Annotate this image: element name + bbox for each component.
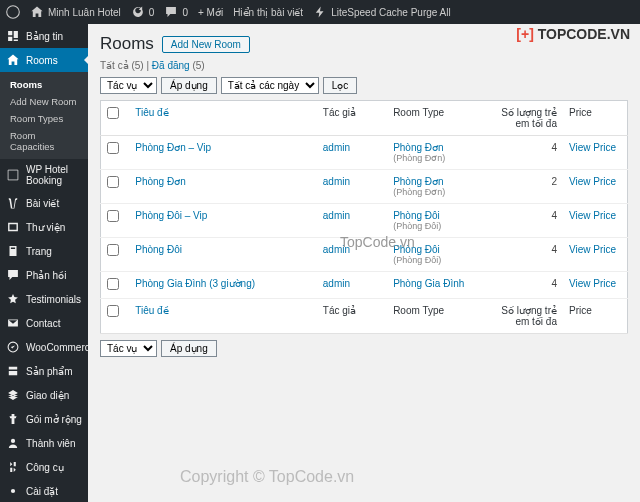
col-author: Tác giả (317, 101, 387, 136)
room-type-link[interactable]: Phòng Gia Đình (393, 278, 464, 289)
room-type-link[interactable]: Phòng Đơn (393, 142, 443, 153)
site-link[interactable]: Minh Luân Hotel (30, 5, 121, 19)
menu-icon (6, 292, 20, 306)
menu-icon (6, 220, 20, 234)
sidebar-item-2[interactable]: Thư viện (0, 215, 88, 239)
max-children: 4 (481, 204, 563, 238)
rooms-table: Tiêu đề Tác giả Room Type Số lượng trẻ e… (100, 100, 628, 334)
room-title-link[interactable]: Phòng Đơn – Vip (135, 142, 211, 153)
sidebar-item-11[interactable]: Thành viên (0, 431, 88, 455)
sidebar-item-rooms[interactable]: Rooms (0, 48, 88, 72)
bulk-action-select[interactable]: Tác vụ (100, 77, 157, 94)
submenu-rooms[interactable]: Rooms (0, 76, 88, 93)
watermark-mid: TopCode.vn (340, 234, 415, 250)
view-price-link[interactable]: View Price (569, 176, 616, 187)
max-children: 4 (481, 136, 563, 170)
date-filter-select[interactable]: Tất cả các ngày (221, 77, 319, 94)
menu-icon (6, 388, 20, 402)
table-row: Phòng Gia Đình (3 giường)adminPhòng Gia … (101, 272, 628, 299)
sidebar-item-6[interactable]: Contact (0, 311, 88, 335)
room-type-link[interactable]: Phòng Đôi (393, 210, 440, 221)
author-link[interactable]: admin (323, 210, 350, 221)
select-all-checkbox-foot[interactable] (107, 305, 119, 317)
main-content: Rooms Add New Room Tất cả (5) | Đã đăng … (88, 24, 640, 502)
comment-icon (164, 5, 178, 19)
submenu-room-capacities[interactable]: Room Capacities (0, 127, 88, 155)
row-checkbox[interactable] (107, 278, 119, 290)
home-icon (6, 53, 20, 67)
room-title-link[interactable]: Phòng Đơn (135, 176, 185, 187)
submenu-add-room[interactable]: Add New Room (0, 93, 88, 110)
row-checkbox[interactable] (107, 244, 119, 256)
table-row: Phòng Đôi – VipadminPhòng Đôi(Phòng Đôi)… (101, 204, 628, 238)
view-filters: Tất cả (5) | Đã đăng (5) (100, 60, 628, 71)
filter-button[interactable]: Lọc (323, 77, 358, 94)
bolt-icon (313, 5, 327, 19)
admin-topbar: Minh Luân Hotel 0 0 + Mới Hiển thị bài v… (0, 0, 640, 24)
menu-icon (6, 436, 20, 450)
col-title[interactable]: Tiêu đề (135, 107, 168, 118)
col-type: Room Type (387, 101, 481, 136)
menu-icon (6, 168, 20, 182)
home-icon (30, 5, 44, 19)
sidebar-item-4[interactable]: Phản hồi (0, 263, 88, 287)
menu-icon (6, 364, 20, 378)
bulk-action-select-bottom[interactable]: Tác vụ (100, 340, 157, 357)
apply-bulk-button-bottom[interactable]: Áp dụng (161, 340, 217, 357)
view-published[interactable]: Đã đăng (152, 60, 190, 71)
sidebar-item-10[interactable]: Gói mở rộng (0, 407, 88, 431)
sidebar-item-7[interactable]: WooCommerce (0, 335, 88, 359)
apply-bulk-button[interactable]: Áp dụng (161, 77, 217, 94)
sidebar-item-3[interactable]: Trang (0, 239, 88, 263)
add-new-room-button[interactable]: Add New Room (162, 36, 250, 53)
menu-icon (6, 316, 20, 330)
new-link[interactable]: + Mới (198, 7, 223, 18)
max-children: 4 (481, 272, 563, 299)
page-title: Rooms (100, 34, 154, 54)
room-title-link[interactable]: Phòng Gia Đình (3 giường) (135, 278, 255, 289)
view-price-link[interactable]: View Price (569, 278, 616, 289)
view-price-link[interactable]: View Price (569, 244, 616, 255)
sidebar-item-9[interactable]: Giao diện (0, 383, 88, 407)
menu-icon (6, 268, 20, 282)
sidebar-item-dashboard[interactable]: Bảng tin (0, 24, 88, 48)
admin-sidebar: Bảng tin Rooms Rooms Add New Room Room T… (0, 24, 88, 502)
author-link[interactable]: admin (323, 176, 350, 187)
author-link[interactable]: admin (323, 142, 350, 153)
menu-icon (6, 340, 20, 354)
sidebar-item-12[interactable]: Công cụ (0, 455, 88, 479)
room-title-link[interactable]: Phòng Đôi (135, 244, 182, 255)
select-all-checkbox[interactable] (107, 107, 119, 119)
view-price-link[interactable]: View Price (569, 142, 616, 153)
sidebar-item-5[interactable]: Testimonials (0, 287, 88, 311)
menu-icon (6, 196, 20, 210)
sidebar-item-1[interactable]: Bài viết (0, 191, 88, 215)
watermark-top: [+] TOPCODE.VN (516, 26, 630, 42)
svg-point-0 (7, 6, 20, 19)
room-type-link[interactable]: Phòng Đơn (393, 176, 443, 187)
room-title-link[interactable]: Phòng Đôi – Vip (135, 210, 207, 221)
sidebar-item-0[interactable]: WP Hotel Booking (0, 159, 88, 191)
menu-icon (6, 412, 20, 426)
col-max: Số lượng trẻ em tối đa (481, 101, 563, 136)
svg-point-3 (11, 489, 15, 493)
sidebar-item-8[interactable]: Sản phẩm (0, 359, 88, 383)
comments-link[interactable]: 0 (164, 5, 188, 19)
wp-logo[interactable] (6, 5, 20, 19)
litespeed-purge[interactable]: LiteSpeed Cache Purge All (313, 5, 451, 19)
updates-link[interactable]: 0 (131, 5, 155, 19)
max-children: 4 (481, 238, 563, 272)
row-checkbox[interactable] (107, 176, 119, 188)
row-checkbox[interactable] (107, 210, 119, 222)
col-title-foot[interactable]: Tiêu đề (135, 305, 168, 316)
sidebar-item-13[interactable]: Cài đặt (0, 479, 88, 502)
table-row: Phòng ĐơnadminPhòng Đơn(Phòng Đơn)2View … (101, 170, 628, 204)
author-link[interactable]: admin (323, 278, 350, 289)
col-price: Price (563, 101, 628, 136)
view-price-link[interactable]: View Price (569, 210, 616, 221)
row-checkbox[interactable] (107, 142, 119, 154)
view-post-link[interactable]: Hiển thị bài viết (233, 7, 303, 18)
sidebar-submenu: Rooms Add New Room Room Types Room Capac… (0, 72, 88, 159)
update-icon (131, 5, 145, 19)
submenu-room-types[interactable]: Room Types (0, 110, 88, 127)
